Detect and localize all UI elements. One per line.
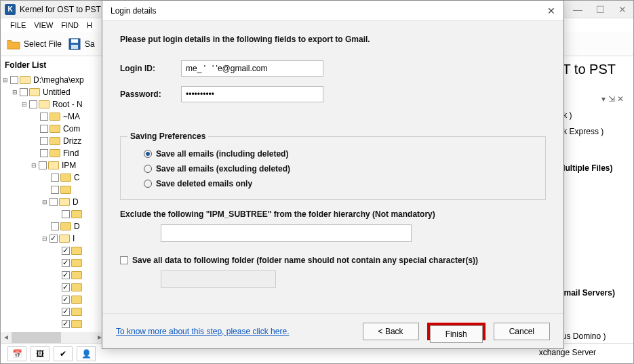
checkbox-icon	[120, 256, 128, 264]
menu-help[interactable]: H	[87, 21, 92, 29]
radio-all-excluding[interactable]: Save all emails (excluding deleted)	[133, 161, 533, 176]
svg-rect-2	[71, 45, 78, 49]
finish-button[interactable]: Finish	[430, 325, 483, 343]
tree-h-scrollbar[interactable]: ◂ ▸	[1, 332, 105, 343]
radio-icon	[144, 165, 152, 173]
login-details-dialog: Login details ✕ Please put login details…	[102, 0, 564, 349]
menu-find[interactable]: FIND	[61, 21, 79, 29]
dialog-titlebar: Login details ✕	[102, 1, 563, 21]
login-id-label: Login ID:	[120, 64, 181, 73]
help-link[interactable]: To know more about this step, please cli…	[116, 327, 355, 336]
radio-icon	[144, 150, 152, 158]
save-to-folder-label: Save all data to following folder (folde…	[132, 256, 478, 265]
radio-icon	[144, 180, 152, 188]
login-id-input[interactable]	[181, 60, 323, 77]
save-label: Sa	[85, 39, 95, 49]
dialog-title: Login details	[111, 6, 547, 16]
password-input[interactable]	[181, 86, 323, 102]
dialog-close-icon[interactable]: ✕	[547, 5, 555, 16]
back-button[interactable]: < Back	[363, 323, 419, 340]
cancel-button[interactable]: Cancel	[494, 323, 550, 340]
calendar-icon[interactable]: 📅	[7, 346, 26, 361]
open-folder-icon	[6, 38, 21, 50]
app-icon: K	[5, 4, 16, 15]
finish-button-highlight: Finish	[427, 323, 486, 340]
dialog-footer: To know more about this step, please cli…	[102, 313, 563, 348]
scroll-left-icon[interactable]: ◂	[1, 332, 12, 343]
panel-pin-controls[interactable]: ▾ ⇲ ✕	[601, 94, 624, 104]
save-to-folder-input	[161, 270, 276, 288]
folder-list-panel: Folder List ⊟D:\megha\exp ⊟Untitled ⊟Roo…	[1, 56, 106, 343]
select-file-label: Select File	[24, 39, 62, 49]
saving-preferences-title: Saving Preferences	[127, 132, 208, 141]
window-controls: — ☐ ✕	[573, 4, 627, 15]
exclude-label: Exclude the following "IPM_SUBTREE" from…	[120, 209, 546, 219]
folder-tree[interactable]: ⊟D:\megha\exp ⊟Untitled ⊟Root - N ~MA Co…	[2, 74, 104, 330]
select-file-button[interactable]: Select File	[6, 38, 62, 50]
user-icon[interactable]: 👤	[77, 346, 96, 361]
saving-preferences-group: Saving Preferences Save all emails (incl…	[120, 136, 546, 200]
dialog-instruction: Please put login details in the followin…	[120, 35, 546, 44]
password-label: Password:	[120, 89, 181, 99]
radio-all-including[interactable]: Save all emails (including deleted)	[133, 146, 533, 161]
dest-exchange[interactable]: xchange Server	[539, 348, 624, 357]
dialog-body: Please put login details in the followin…	[102, 21, 563, 313]
save-icon	[67, 37, 82, 51]
check-icon[interactable]: ✔	[54, 346, 73, 361]
minimize-button[interactable]: —	[573, 4, 582, 15]
radio-deleted-only[interactable]: Save deleted emails only	[133, 176, 533, 191]
save-to-folder-checkbox[interactable]: Save all data to following folder (folde…	[120, 256, 546, 265]
save-button[interactable]: Sa	[67, 37, 95, 51]
menu-file[interactable]: FILE	[10, 21, 26, 29]
image-icon[interactable]: 🖼	[31, 346, 49, 361]
maximize-button[interactable]: ☐	[596, 4, 605, 15]
folder-list-title: Folder List	[2, 59, 104, 74]
menu-view[interactable]: VIEW	[34, 21, 53, 29]
exclude-input[interactable]	[161, 224, 412, 242]
svg-rect-1	[71, 39, 78, 43]
close-button[interactable]: ✕	[618, 4, 627, 15]
